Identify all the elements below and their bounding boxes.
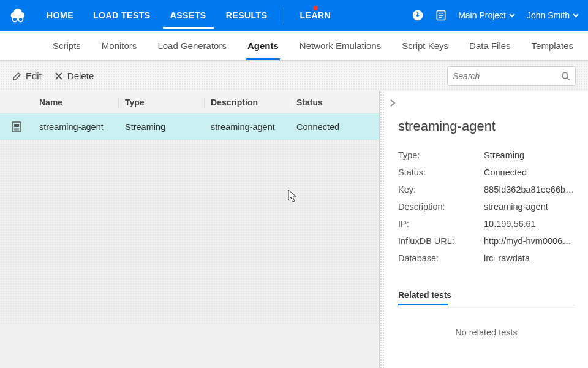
cursor-icon: [288, 190, 299, 203]
nav-learn[interactable]: LEARN: [293, 2, 339, 29]
detail-row: IP:10.199.56.61: [398, 215, 575, 232]
project-name: Main Project: [458, 10, 506, 20]
close-icon: [54, 71, 64, 81]
top-nav-right: Main Project John Smith: [412, 9, 579, 21]
detail-row: Description:streaming-agent: [398, 198, 575, 215]
detail-label: Database:: [398, 253, 484, 263]
row-name: streaming-agent: [33, 122, 119, 132]
notification-dot-icon: [313, 6, 318, 10]
detail-fields: Type:StreamingStatus:ConnectedKey:885fd3…: [398, 147, 575, 267]
detail-row: InfluxDB URL:http://myd-hvm00063…: [398, 232, 575, 250]
subnav-data-files[interactable]: Data Files: [459, 31, 521, 59]
chevron-down-icon: [572, 12, 579, 19]
table-header: Name Type Description Status: [0, 91, 379, 113]
th-status[interactable]: Status: [290, 98, 379, 107]
project-selector[interactable]: Main Project: [458, 10, 516, 20]
detail-label: IP:: [398, 219, 484, 229]
agent-icon: [10, 121, 23, 133]
subnav-agents[interactable]: Agents: [238, 31, 288, 59]
no-related-tests: No related tests: [398, 305, 575, 359]
row-icon-cell: [0, 121, 33, 133]
sub-nav: Scripts Monitors Load Generators Agents …: [0, 31, 588, 61]
subnav-templates[interactable]: Templates: [522, 31, 583, 59]
nav-divider: [284, 7, 284, 23]
detail-row: Database:lrc_rawdata: [398, 250, 575, 267]
delete-label: Delete: [67, 71, 94, 81]
delete-button[interactable]: Delete: [54, 71, 94, 81]
detail-value: Connected: [484, 167, 575, 177]
svg-point-7: [562, 72, 568, 78]
detail-panel: streaming-agent Type:StreamingStatus:Con…: [380, 91, 588, 368]
user-menu[interactable]: John Smith: [527, 10, 579, 20]
subnav-scripts[interactable]: Scripts: [43, 31, 91, 59]
table-row[interactable]: streaming-agent Streaming streaming-agen…: [0, 113, 379, 140]
row-type: Streaming: [119, 122, 205, 132]
nav-load-tests[interactable]: LOAD TESTS: [86, 2, 158, 29]
related-tests-header: Related tests: [398, 290, 575, 305]
pencil-icon: [12, 71, 22, 81]
detail-value: 10.199.56.61: [484, 219, 575, 229]
search-icon: [561, 71, 570, 81]
agents-table: Name Type Description Status streaming-a…: [0, 91, 380, 368]
subnav-load-generators[interactable]: Load Generators: [148, 31, 236, 59]
row-status: Connected: [290, 122, 379, 132]
svg-line-8: [567, 77, 570, 80]
chevron-down-icon: [508, 12, 516, 19]
nav-learn-label: LEARN: [300, 10, 331, 20]
detail-label: InfluxDB URL:: [398, 236, 484, 246]
th-description[interactable]: Description: [205, 98, 290, 107]
detail-label: Status:: [398, 167, 484, 177]
detail-value: lrc_rawdata: [484, 253, 575, 263]
detail-row: Key:885fd362ba81ee66b…: [398, 181, 575, 198]
toolbar: Edit Delete: [0, 61, 588, 91]
nav-assets[interactable]: ASSETS: [163, 2, 214, 29]
subnav-network-emulations[interactable]: Network Emulations: [290, 31, 391, 59]
svg-rect-10: [14, 124, 19, 127]
chevron-right-icon[interactable]: [388, 99, 397, 107]
user-name: John Smith: [527, 10, 570, 20]
help-icon[interactable]: [435, 9, 447, 21]
subnav-script-keys[interactable]: Script Keys: [392, 31, 458, 59]
th-type[interactable]: Type: [119, 98, 205, 107]
top-nav: HOME LOAD TESTS ASSETS RESULTS LEARN Mai…: [0, 0, 588, 31]
edit-label: Edit: [26, 71, 42, 81]
app-logo-icon: [9, 6, 27, 25]
detail-label: Type:: [398, 150, 484, 160]
subnav-monitors[interactable]: Monitors: [92, 31, 147, 59]
download-icon[interactable]: [412, 9, 424, 21]
top-nav-items: HOME LOAD TESTS ASSETS RESULTS LEARN: [39, 2, 407, 29]
search-input[interactable]: [453, 71, 561, 81]
table-empty-area: [0, 140, 379, 324]
row-description: streaming-agent: [205, 122, 290, 132]
detail-title: streaming-agent: [398, 118, 575, 134]
detail-row: Type:Streaming: [398, 147, 575, 164]
detail-value: http://myd-hvm00063…: [484, 236, 575, 246]
nav-home[interactable]: HOME: [39, 2, 81, 29]
detail-value: streaming-agent: [484, 202, 575, 212]
detail-label: Key:: [398, 185, 484, 194]
nav-results[interactable]: RESULTS: [219, 2, 275, 29]
detail-label: Description:: [398, 202, 484, 212]
detail-value: 885fd362ba81ee66b…: [484, 185, 575, 194]
detail-row: Status:Connected: [398, 164, 575, 181]
main-area: Name Type Description Status streaming-a…: [0, 91, 588, 368]
th-name[interactable]: Name: [33, 98, 119, 107]
search-box[interactable]: [447, 66, 576, 86]
detail-value: Streaming: [484, 150, 575, 160]
edit-button[interactable]: Edit: [12, 71, 42, 81]
